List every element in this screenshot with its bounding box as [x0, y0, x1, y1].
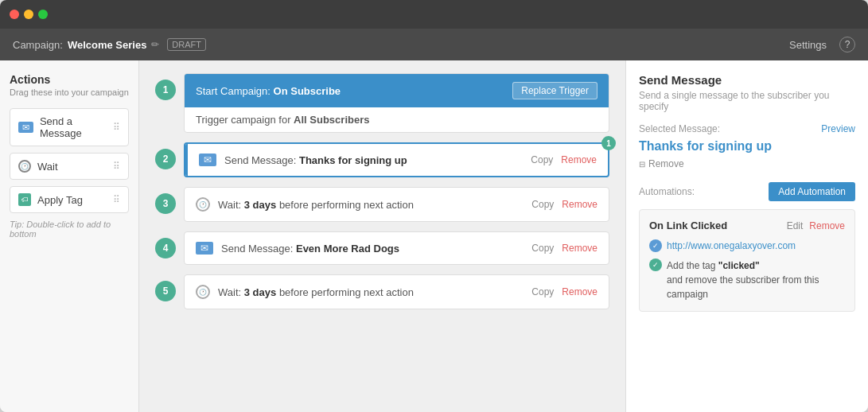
remove-button-4[interactable]: Remove	[562, 243, 597, 254]
step-card-4[interactable]: ✉ Send Message: Even More Rad Dogs Copy …	[184, 231, 609, 265]
action-tag-label: Apply Tag	[37, 194, 83, 206]
drag-handle: ⠿	[113, 122, 120, 133]
settings-label[interactable]: Settings	[789, 39, 827, 51]
action-apply-tag[interactable]: 🏷 Apply Tag ⠿	[10, 186, 129, 213]
step-text-5: Wait: 3 days before performing next acti…	[218, 286, 524, 298]
panel-subtitle: Send a single message to the subscriber …	[639, 90, 855, 112]
automation-edit-link[interactable]: Edit	[787, 220, 804, 231]
start-campaign-body: Trigger campaign for All Subscribers	[185, 107, 609, 132]
step-number-1: 1	[155, 80, 176, 100]
selected-message-name: Thanks for signing up	[639, 139, 772, 154]
step-actions-4: Copy Remove	[531, 243, 597, 254]
action-wait[interactable]: 🕐 Wait ⠿	[10, 153, 129, 180]
action-wait-label: Wait	[37, 161, 58, 173]
campaign-canvas: 1 Start Campaign: On Subscribe Replace T…	[139, 60, 625, 412]
automations-header: Automations: Add Automation	[639, 182, 855, 201]
step-card-row-2: ✉ Send Message: Thanks for signing up Co…	[185, 144, 608, 176]
automation-actions: Edit Remove	[787, 220, 845, 231]
step-text-4: Send Message: Even More Rad Dogs	[221, 243, 524, 255]
step-4: 4 ✉ Send Message: Even More Rad Dogs Cop…	[155, 231, 609, 265]
step-card-1[interactable]: Start Campaign: On Subscribe Replace Tri…	[184, 73, 609, 133]
panel-title: Send Message	[639, 73, 855, 87]
step-card-row-3: 🕐 Wait: 3 days before performing next ac…	[185, 188, 609, 221]
step-2: 2 1 ✉ Send Message: Thanks for signing u…	[155, 142, 609, 177]
tag-icon: 🏷	[18, 193, 31, 206]
step-card-3[interactable]: 🕐 Wait: 3 days before performing next ac…	[184, 187, 609, 222]
copy-button-3[interactable]: Copy	[531, 199, 554, 210]
clock-icon-3: 🕐	[196, 197, 210, 212]
sidebar: Actions Drag these into your campaign Se…	[0, 60, 139, 412]
step-number-4: 4	[155, 238, 176, 258]
tag-action-text: Add the tag "clicked" and remove the sub…	[667, 258, 845, 301]
remove-button-3[interactable]: Remove	[562, 199, 597, 210]
minimize-dot[interactable]	[24, 10, 33, 19]
step-card-row-5: 🕐 Wait: 3 days before performing next ac…	[185, 275, 609, 309]
copy-button-4[interactable]: Copy	[531, 243, 554, 254]
maximize-dot[interactable]	[38, 10, 48, 19]
step-card-5[interactable]: 🕐 Wait: 3 days before performing next ac…	[184, 274, 609, 309]
main-layout: Actions Drag these into your campaign Se…	[0, 60, 868, 412]
step-actions-3: Copy Remove	[531, 199, 597, 210]
replace-trigger-button[interactable]: Replace Trigger	[512, 82, 597, 99]
envelope-icon	[18, 122, 33, 133]
copy-button-2[interactable]: Copy	[531, 154, 553, 165]
window-controls	[10, 10, 48, 19]
copy-button-5[interactable]: Copy	[531, 286, 554, 297]
sidebar-tip: Tip: Double-click to add to bottom	[10, 220, 129, 239]
action-send-message[interactable]: Send a Message ⠿	[10, 108, 129, 146]
envelope-icon-2: ✉	[199, 154, 216, 166]
automation-title: On Link Clicked	[649, 220, 727, 231]
close-dot[interactable]	[10, 10, 19, 19]
sidebar-subtitle: Drag these into your campaign	[10, 87, 129, 97]
start-campaign-title: Start Campaign: On Subscribe	[196, 85, 341, 97]
automation-card: On Link Clicked Edit Remove ✓ http://www…	[639, 209, 855, 312]
sidebar-title: Actions	[10, 73, 129, 86]
remove-message-link[interactable]: ⊟ Remove	[639, 158, 855, 169]
tag-action: ✓ Add the tag "clicked" and remove the s…	[649, 258, 845, 301]
step-1: 1 Start Campaign: On Subscribe Replace T…	[155, 73, 609, 133]
headerbar: Campaign: Welcome Series ✏ DRAFT Setting…	[0, 29, 868, 60]
action-send-label: Send a Message	[40, 115, 113, 139]
remove-button-5[interactable]: Remove	[562, 286, 597, 297]
automation-url: ✓ http://www.onegalaxyover.com	[649, 239, 845, 252]
step-number-2: 2	[155, 149, 176, 169]
campaign-label: Campaign:	[13, 39, 63, 51]
automation-remove-link[interactable]: Remove	[809, 220, 845, 231]
titlebar	[0, 0, 868, 29]
clock-icon-5: 🕐	[196, 285, 210, 299]
step-card-row-4: ✉ Send Message: Even More Rad Dogs Copy …	[185, 232, 609, 264]
automations-label: Automations:	[639, 186, 695, 197]
drag-handle: ⠿	[113, 161, 120, 172]
start-campaign-header: Start Campaign: On Subscribe Replace Tri…	[185, 74, 609, 107]
step-text-2: Send Message: Thanks for signing up	[224, 154, 523, 166]
step-actions-5: Copy Remove	[531, 286, 597, 297]
url-check-icon: ✓	[649, 239, 662, 252]
notification-badge-2: 1	[601, 136, 616, 150]
campaign-name: Welcome Series	[68, 39, 146, 51]
step-number-3: 3	[155, 193, 176, 214]
step-3: 3 🕐 Wait: 3 days before performing next …	[155, 187, 609, 222]
clock-icon: 🕐	[18, 160, 31, 173]
header-left: Campaign: Welcome Series ✏ DRAFT	[13, 38, 206, 51]
tag-check-icon: ✓	[649, 258, 662, 271]
draft-badge: DRAFT	[167, 38, 206, 51]
automation-card-header: On Link Clicked Edit Remove	[649, 220, 845, 231]
automation-url-text[interactable]: http://www.onegalaxyover.com	[667, 240, 796, 251]
envelope-icon-4: ✉	[196, 242, 213, 255]
step-card-2[interactable]: ✉ Send Message: Thanks for signing up Co…	[184, 142, 609, 177]
drag-handle: ⠿	[113, 194, 120, 205]
edit-icon[interactable]: ✏	[151, 39, 159, 50]
step-actions-2: Copy Remove	[531, 154, 597, 165]
remove-button-2[interactable]: Remove	[561, 154, 597, 165]
help-button[interactable]: ?	[839, 37, 855, 52]
header-right: Settings ?	[789, 37, 855, 52]
right-panel: Send Message Send a single message to th…	[625, 60, 868, 412]
step-card-wrapper-2: 1 ✉ Send Message: Thanks for signing up …	[184, 142, 609, 177]
step-number-5: 5	[155, 281, 176, 301]
step-5: 5 🕐 Wait: 3 days before performing next …	[155, 274, 609, 309]
preview-link[interactable]: Preview	[821, 123, 855, 134]
step-text-3: Wait: 3 days before performing next acti…	[218, 199, 524, 211]
app-window: Campaign: Welcome Series ✏ DRAFT Setting…	[0, 0, 868, 412]
add-automation-button[interactable]: Add Automation	[769, 182, 855, 201]
remove-icon: ⊟	[639, 160, 645, 169]
